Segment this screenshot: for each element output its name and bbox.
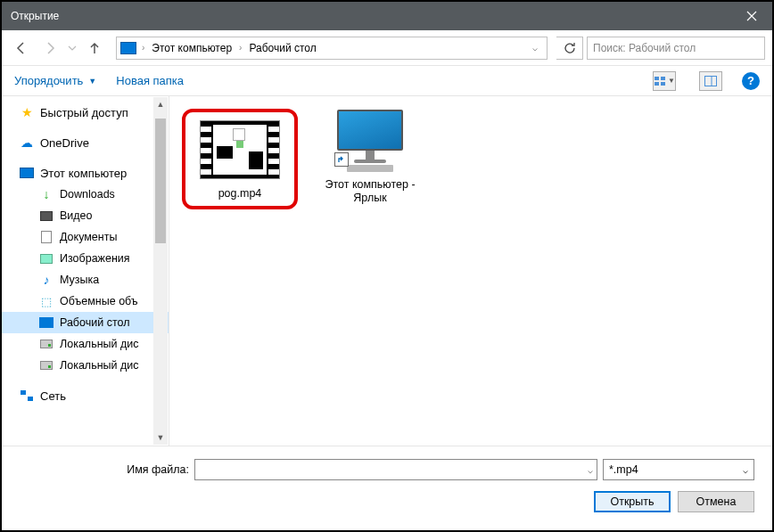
svg-rect-3	[661, 82, 665, 86]
file-item-this-pc-shortcut[interactable]: Этот компьютер - Ярлык	[321, 109, 419, 205]
arrow-up-icon	[87, 41, 102, 55]
toolbar: Упорядочить▼ Новая папка ▼ ?	[2, 66, 772, 96]
chevron-down-icon: ⌵	[743, 465, 748, 475]
arrow-right-icon	[43, 41, 57, 55]
sidebar-item-desktop[interactable]: Рабочий стол	[2, 312, 169, 333]
document-icon	[39, 230, 54, 244]
refresh-button[interactable]	[556, 37, 583, 60]
sidebar-item-music[interactable]: ♪Музыка	[2, 269, 169, 291]
breadcrumb[interactable]: › Этот компьютер › Рабочий стол ⌵	[116, 37, 548, 60]
dialog-footer: Имя файла: ⌵ *.mp4 ⌵ Открыть Отмена	[2, 446, 772, 527]
arrow-left-icon	[14, 41, 29, 55]
sidebar-item-3d-objects[interactable]: ⬚Объемные объ	[2, 291, 169, 312]
sidebar-item-onedrive[interactable]: ☁OneDrive	[2, 132, 169, 153]
sidebar-item-local-disk-2[interactable]: Локальный дис	[2, 355, 169, 376]
refresh-icon	[564, 42, 576, 54]
view-mode-button[interactable]: ▼	[653, 71, 676, 91]
view-icon	[654, 76, 666, 86]
chevron-down-icon	[68, 44, 77, 53]
star-icon: ★	[20, 105, 34, 119]
network-icon	[20, 389, 34, 403]
forward-button[interactable]	[37, 36, 62, 61]
scroll-thumb[interactable]	[155, 119, 166, 243]
file-label: pog.mp4	[218, 187, 262, 201]
sidebar-item-this-pc[interactable]: Этот компьютер	[2, 162, 169, 184]
shortcut-overlay-icon	[334, 152, 349, 167]
crumb-this-pc[interactable]: Этот компьютер	[148, 40, 235, 56]
picture-icon	[39, 251, 54, 266]
svg-rect-2	[655, 82, 659, 86]
open-button[interactable]: Открыть	[594, 491, 671, 512]
file-list: pog.mp4 Этот компьютер - Ярлык	[169, 96, 772, 446]
file-item-pog-mp4[interactable]: pog.mp4	[191, 118, 289, 201]
pane-icon	[704, 76, 717, 86]
sidebar: ★Быстрый доступ ☁OneDrive Этот компьютер…	[2, 96, 169, 446]
cube-icon: ⬚	[39, 294, 54, 308]
titlebar: Открытие	[2, 2, 772, 30]
close-button[interactable]	[731, 2, 772, 30]
drive-icon	[39, 337, 54, 351]
chevron-right-icon: ›	[142, 43, 144, 53]
file-label: Этот компьютер - Ярлык	[321, 178, 419, 205]
chevron-down-icon: ▼	[88, 77, 96, 86]
scroll-down-icon[interactable]: ▼	[153, 430, 168, 445]
organize-button[interactable]: Упорядочить▼	[14, 74, 96, 87]
music-icon: ♪	[39, 273, 54, 287]
new-folder-button[interactable]: Новая папка	[116, 74, 184, 87]
close-icon	[746, 11, 757, 21]
file-type-filter[interactable]: *.mp4 ⌵	[603, 459, 754, 480]
svg-rect-4	[705, 76, 717, 86]
desktop-icon	[39, 315, 54, 330]
chevron-right-icon: ›	[239, 43, 242, 53]
back-button[interactable]	[9, 36, 34, 61]
recent-dropdown[interactable]	[66, 36, 78, 61]
cloud-icon: ☁	[20, 135, 34, 150]
download-icon: ↓	[39, 187, 54, 201]
filename-input[interactable]: ⌵	[194, 459, 597, 480]
drive-icon	[39, 358, 54, 372]
preview-pane-button[interactable]	[699, 71, 722, 91]
sidebar-item-quick-access[interactable]: ★Быстрый доступ	[2, 102, 169, 123]
window-title: Открытие	[11, 10, 59, 22]
breadcrumb-dropdown[interactable]: ⌵	[532, 43, 543, 53]
shortcut-thumbnail	[327, 109, 413, 173]
sidebar-scrollbar[interactable]: ▲ ▼	[153, 97, 168, 445]
sidebar-item-network[interactable]: Сеть	[2, 385, 169, 406]
help-button[interactable]: ?	[742, 72, 760, 90]
sidebar-item-downloads[interactable]: ↓Downloads	[2, 184, 169, 205]
video-thumbnail	[197, 118, 283, 182]
nav-row: › Этот компьютер › Рабочий стол ⌵ Поиск:…	[2, 30, 772, 66]
pc-icon	[120, 42, 136, 54]
crumb-desktop[interactable]: Рабочий стол	[245, 40, 319, 56]
svg-rect-0	[655, 77, 659, 80]
sidebar-item-videos[interactable]: Видео	[2, 205, 169, 226]
cancel-button[interactable]: Отмена	[678, 491, 754, 512]
chevron-down-icon[interactable]: ⌵	[588, 465, 593, 475]
search-input[interactable]: Поиск: Рабочий стол	[587, 37, 765, 60]
scroll-up-icon[interactable]: ▲	[153, 97, 168, 111]
sidebar-item-pictures[interactable]: Изображения	[2, 248, 169, 269]
svg-rect-1	[661, 77, 665, 80]
pc-icon	[20, 166, 34, 180]
sidebar-item-documents[interactable]: Документы	[2, 226, 169, 248]
filename-label: Имя файла:	[118, 463, 189, 476]
sidebar-item-local-disk-1[interactable]: Локальный дис	[2, 333, 169, 355]
highlight-annotation: pog.mp4	[182, 109, 298, 209]
video-icon	[39, 209, 54, 223]
search-placeholder: Поиск: Рабочий стол	[593, 42, 696, 54]
help-icon: ?	[747, 74, 754, 87]
up-button[interactable]	[82, 36, 107, 61]
